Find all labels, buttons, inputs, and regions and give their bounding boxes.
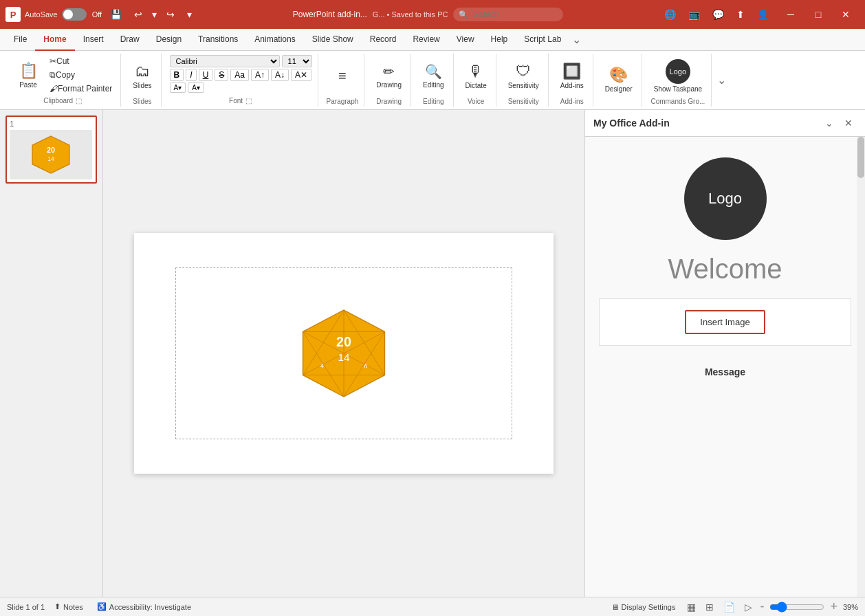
accessibility-button[interactable]: ♿ Accessibility: Investigate bbox=[93, 601, 195, 613]
tab-home[interactable]: Home bbox=[35, 29, 74, 51]
ribbon-group-addins: 🔲 Add-ins Add-ins bbox=[551, 54, 593, 107]
highlight-button[interactable]: A▾ bbox=[188, 82, 204, 93]
view-normal-button[interactable]: ▦ bbox=[685, 600, 698, 615]
search-input[interactable] bbox=[453, 8, 563, 21]
restore-button[interactable]: □ bbox=[804, 4, 832, 25]
notes-icon: ⬆ bbox=[54, 602, 61, 611]
clear-format-button[interactable]: A✕ bbox=[291, 69, 311, 81]
editing-button[interactable]: 🔍 Editing bbox=[419, 61, 448, 91]
minimize-button[interactable]: ─ bbox=[777, 4, 804, 25]
slide-canvas[interactable]: 20 14 4 ∧ bbox=[134, 233, 554, 474]
notes-panel-button[interactable]: ⬆ Notes bbox=[50, 601, 87, 613]
search-wrap bbox=[453, 8, 563, 21]
undo-button[interactable]: ↩ bbox=[130, 6, 146, 23]
slide-thumbnail-1[interactable]: 1 20 14 bbox=[6, 116, 97, 184]
dictate-button[interactable]: 🎙 Dictate bbox=[462, 60, 490, 91]
status-right: 🖥 Display Settings ▦ ⊞ 📄 ▷ - + 39% bbox=[607, 600, 858, 615]
addins-button[interactable]: 🔲 Add-ins bbox=[557, 60, 587, 91]
editing-label: Editing bbox=[423, 98, 444, 105]
autosave-toggle[interactable] bbox=[62, 8, 87, 21]
paragraph-button[interactable]: ≡ bbox=[330, 66, 355, 86]
comments-button[interactable]: 💬 bbox=[708, 6, 728, 23]
task-pane-controls: ⌄ ✕ bbox=[821, 116, 857, 131]
ribbon-tabs: File Home Insert Draw Design Transitions… bbox=[0, 29, 865, 51]
tab-file[interactable]: File bbox=[6, 29, 35, 51]
voice-items: 🎙 Dictate bbox=[462, 55, 490, 96]
svg-marker-0 bbox=[32, 136, 69, 173]
view-slideshow-button[interactable]: ▷ bbox=[743, 600, 754, 615]
user-button[interactable]: 👤 bbox=[753, 6, 773, 23]
view-reading-button[interactable]: 📄 bbox=[721, 600, 737, 615]
redo-button[interactable]: ↪ bbox=[162, 6, 179, 23]
scrollbar-thumb[interactable] bbox=[857, 137, 864, 178]
customize-toolbar-button[interactable]: ▾ bbox=[183, 6, 196, 23]
tab-script-lab[interactable]: Script Lab bbox=[516, 29, 569, 51]
save-status: G... • Saved to this PC bbox=[373, 10, 448, 19]
new-slide-button[interactable]: 🗂 Slides bbox=[129, 60, 155, 91]
more-commands-button[interactable]: ⌄ bbox=[569, 30, 584, 49]
paste-icon: 📋 bbox=[19, 62, 38, 80]
insert-image-button[interactable]: Insert Image bbox=[685, 310, 765, 334]
designer-button[interactable]: 🎨 Designer bbox=[602, 64, 636, 95]
format-painter-button[interactable]: 🖌 Format Painter bbox=[47, 82, 115, 95]
slide-content-area[interactable]: 20 14 4 ∧ bbox=[175, 267, 512, 439]
ribbon-expand-button[interactable]: ⌄ bbox=[714, 71, 729, 89]
change-case-button[interactable]: Aa bbox=[230, 69, 249, 81]
increase-font-button[interactable]: A↑ bbox=[251, 69, 269, 81]
tab-view[interactable]: View bbox=[448, 29, 483, 51]
underline-button[interactable]: U bbox=[199, 69, 213, 81]
ribbon-group-sensitivity: 🛡 Sensitivity Sensitivity bbox=[499, 54, 549, 107]
bold-button[interactable]: B bbox=[170, 69, 184, 81]
ribbon-group-drawing: ✏ Drawing Drawing bbox=[367, 54, 411, 107]
drawing-button[interactable]: ✏ Drawing bbox=[373, 61, 405, 91]
ribbon-layout-button[interactable]: 🌐 bbox=[660, 6, 680, 23]
task-pane-collapse-button[interactable]: ⌄ bbox=[821, 116, 837, 131]
tab-animations[interactable]: Animations bbox=[246, 29, 303, 51]
tab-transitions[interactable]: Transitions bbox=[190, 29, 246, 51]
save-button[interactable]: 💾 bbox=[106, 6, 126, 23]
font-expand[interactable]: ⬚ bbox=[245, 96, 252, 105]
slide-canvas-wrapper: 20 14 4 ∧ bbox=[103, 110, 584, 597]
tab-design[interactable]: Design bbox=[148, 29, 190, 51]
zoom-slider[interactable] bbox=[769, 602, 824, 613]
svg-text:4: 4 bbox=[320, 362, 325, 369]
scrollbar-track[interactable] bbox=[857, 137, 865, 597]
paste-button[interactable]: 📋 Paste bbox=[11, 60, 45, 91]
paragraph-items: ≡ bbox=[330, 55, 355, 96]
task-pane-close-button[interactable]: ✕ bbox=[840, 116, 857, 131]
share-button[interactable]: ⬆ bbox=[732, 6, 749, 23]
drawing-items: ✏ Drawing bbox=[373, 55, 405, 96]
italic-button[interactable]: I bbox=[186, 69, 196, 81]
paste-area: 📋 Paste bbox=[11, 60, 45, 91]
tab-help[interactable]: Help bbox=[483, 29, 516, 51]
font-color-button[interactable]: A▾ bbox=[170, 82, 186, 93]
voice-label: Voice bbox=[468, 98, 484, 105]
font-size-select[interactable]: 11 bbox=[282, 55, 312, 67]
tab-draw[interactable]: Draw bbox=[112, 29, 148, 51]
display-settings-button[interactable]: 🖥 Display Settings bbox=[607, 602, 680, 613]
notes-label: Notes bbox=[63, 603, 83, 611]
addins-items: 🔲 Add-ins bbox=[557, 55, 587, 96]
logo-text: Logo bbox=[708, 190, 742, 208]
window-controls: ─ □ ✕ bbox=[777, 4, 859, 25]
copy-button[interactable]: ⧉ Copy bbox=[47, 69, 115, 81]
tab-insert[interactable]: Insert bbox=[75, 29, 112, 51]
sensitivity-button[interactable]: 🛡 Sensitivity bbox=[505, 60, 543, 91]
strikethrough-button[interactable]: S bbox=[215, 69, 228, 81]
title-bar-left: P AutoSave Off 💾 ↩ ▾ ↪ ▾ bbox=[6, 6, 196, 23]
clipboard-expand[interactable]: ⬚ bbox=[75, 96, 83, 105]
view-slide-sorter-button[interactable]: ⊞ bbox=[703, 600, 716, 615]
show-taskpane-button[interactable]: Logo Show Taskpane bbox=[650, 57, 705, 95]
close-button[interactable]: ✕ bbox=[832, 4, 859, 25]
thumbnail-dice-svg: 20 14 bbox=[30, 134, 72, 175]
undo-dropdown[interactable]: ▾ bbox=[148, 6, 161, 23]
tab-record[interactable]: Record bbox=[362, 29, 405, 51]
display-settings-text: Display Settings bbox=[622, 603, 676, 611]
decrease-font-button[interactable]: A↓ bbox=[271, 69, 289, 81]
presenter-mode-button[interactable]: 📺 bbox=[684, 6, 704, 23]
font-family-select[interactable]: Calibri bbox=[170, 55, 280, 67]
sensitivity-label: Sensitivity bbox=[508, 98, 539, 105]
tab-review[interactable]: Review bbox=[404, 29, 448, 51]
tab-slideshow[interactable]: Slide Show bbox=[304, 29, 362, 51]
cut-button[interactable]: ✂ Cut bbox=[47, 55, 115, 67]
